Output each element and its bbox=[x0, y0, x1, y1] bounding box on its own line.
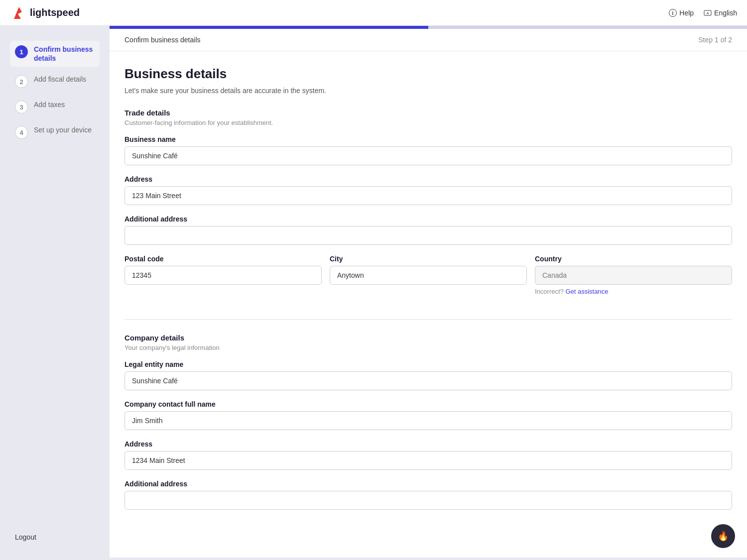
sidebar: 1 Confirm business details 2 Add fiscal … bbox=[0, 26, 110, 560]
address-label: Address bbox=[124, 175, 732, 183]
progress-empty bbox=[428, 26, 747, 29]
help-label: Help bbox=[679, 9, 694, 17]
main-layout: 1 Confirm business details 2 Add fiscal … bbox=[0, 0, 747, 560]
page-subtitle: Let's make sure your business details ar… bbox=[124, 87, 732, 95]
header: lightspeed i Help A English bbox=[0, 0, 747, 26]
contact-name-label: Company contact full name bbox=[124, 400, 732, 408]
country-hint: Incorrect? Get assistance bbox=[535, 288, 732, 295]
logo: lightspeed bbox=[10, 5, 80, 21]
step-circle-2: 2 bbox=[15, 75, 28, 88]
fab-button[interactable]: 🔥 bbox=[711, 524, 735, 548]
postal-code-field: Postal code bbox=[124, 255, 322, 295]
city-input[interactable] bbox=[330, 266, 527, 285]
address-field: Address bbox=[124, 175, 732, 205]
sidebar-item-device[interactable]: 4 Set up your device bbox=[10, 121, 100, 143]
step-circle-4: 4 bbox=[15, 126, 28, 139]
sidebar-label-3: Add taxes bbox=[34, 100, 65, 109]
business-name-label: Business name bbox=[124, 135, 732, 143]
business-name-input[interactable] bbox=[124, 146, 732, 165]
step-circle-3: 3 bbox=[15, 101, 28, 113]
sidebar-bottom: Logout bbox=[10, 529, 100, 545]
postal-code-input[interactable] bbox=[124, 266, 322, 285]
company-additional-address-input[interactable] bbox=[124, 491, 732, 510]
trade-section-title: Trade details bbox=[124, 109, 732, 117]
additional-address-label: Additional address bbox=[124, 215, 732, 223]
sidebar-item-fiscal[interactable]: 2 Add fiscal details bbox=[10, 71, 100, 92]
city-field: City bbox=[330, 255, 527, 295]
language-button[interactable]: A English bbox=[704, 9, 737, 17]
contact-name-field: Company contact full name bbox=[124, 400, 732, 430]
address-input[interactable] bbox=[124, 186, 732, 205]
sidebar-item-confirm[interactable]: 1 Confirm business details bbox=[10, 41, 100, 67]
help-icon: i bbox=[669, 9, 677, 17]
logo-text: lightspeed bbox=[30, 7, 80, 18]
company-address-field: Address bbox=[124, 440, 732, 470]
fab-icon: 🔥 bbox=[718, 531, 729, 542]
language-label: English bbox=[714, 9, 737, 17]
lightspeed-logo-icon bbox=[10, 5, 26, 21]
step-header-title: Confirm business details bbox=[124, 36, 201, 44]
sidebar-label-2: Add fiscal details bbox=[34, 75, 86, 84]
company-additional-address-field: Additional address bbox=[124, 480, 732, 510]
sidebar-label-1: Confirm business details bbox=[34, 45, 95, 63]
contact-name-input[interactable] bbox=[124, 411, 732, 430]
company-section-subtitle: Your company's legal information bbox=[124, 344, 732, 351]
svg-text:A: A bbox=[707, 11, 709, 15]
sidebar-label-4: Set up your device bbox=[34, 125, 92, 134]
company-details-section: Company details Your company's legal inf… bbox=[124, 334, 732, 510]
svg-text:i: i bbox=[672, 10, 674, 16]
main-content: Confirm business details Step 1 of 2 Bus… bbox=[110, 26, 747, 560]
step-circle-1: 1 bbox=[15, 45, 28, 58]
postal-city-country-row: Postal code City Country Incorrect? Get … bbox=[124, 255, 732, 305]
country-field: Country Incorrect? Get assistance bbox=[535, 255, 732, 295]
step-header: Confirm business details Step 1 of 2 bbox=[110, 29, 747, 51]
legal-entity-name-field: Legal entity name bbox=[124, 360, 732, 390]
sidebar-item-taxes[interactable]: 3 Add taxes bbox=[10, 96, 100, 117]
company-additional-address-label: Additional address bbox=[124, 480, 732, 488]
legal-entity-name-input[interactable] bbox=[124, 371, 732, 390]
language-icon: A bbox=[704, 9, 712, 17]
progress-fill bbox=[110, 26, 428, 29]
progress-bar bbox=[110, 26, 747, 29]
help-button[interactable]: i Help bbox=[669, 9, 694, 17]
business-name-field: Business name bbox=[124, 135, 732, 165]
company-address-input[interactable] bbox=[124, 451, 732, 470]
section-divider bbox=[124, 319, 732, 320]
city-label: City bbox=[330, 255, 527, 263]
header-right: i Help A English bbox=[669, 9, 737, 17]
logout-button[interactable]: Logout bbox=[10, 529, 100, 545]
additional-address-field: Additional address bbox=[124, 215, 732, 245]
additional-address-input[interactable] bbox=[124, 226, 732, 245]
content-area: Business details Let's make sure your bu… bbox=[110, 51, 747, 558]
incorrect-text: Incorrect? bbox=[535, 288, 564, 295]
legal-entity-name-label: Legal entity name bbox=[124, 360, 732, 368]
country-label: Country bbox=[535, 255, 732, 263]
trade-details-section: Trade details Customer-facing informatio… bbox=[124, 109, 732, 305]
step-indicator: Step 1 of 2 bbox=[698, 36, 732, 44]
postal-code-label: Postal code bbox=[124, 255, 322, 263]
page-title: Business details bbox=[124, 66, 732, 82]
company-address-label: Address bbox=[124, 440, 732, 448]
get-assistance-link[interactable]: Get assistance bbox=[565, 288, 608, 295]
country-input bbox=[535, 266, 732, 285]
trade-section-subtitle: Customer-facing information for your est… bbox=[124, 119, 732, 126]
company-section-title: Company details bbox=[124, 334, 732, 342]
